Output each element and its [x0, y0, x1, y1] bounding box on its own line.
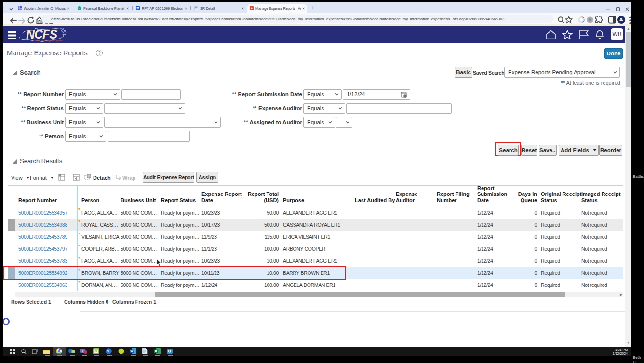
svg-text:North Carolina Financial Syste: North Carolina Financial System: [35, 39, 63, 42]
svg-text:W: W: [130, 350, 134, 353]
svg-text:N: N: [107, 350, 109, 353]
svg-text:T: T: [81, 350, 84, 353]
